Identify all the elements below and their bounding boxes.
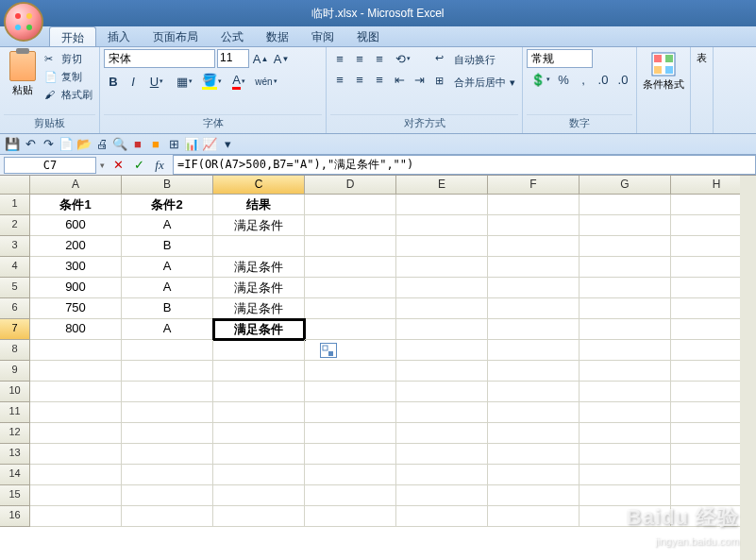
qat-preview-button[interactable]: 🔍 xyxy=(111,136,128,153)
qat-save-button[interactable]: 💾 xyxy=(4,136,21,153)
row-header-7[interactable]: 7 xyxy=(0,319,30,340)
cut-button[interactable]: ✂剪切 xyxy=(43,51,93,67)
row-header-13[interactable]: 13 xyxy=(0,444,30,465)
cell-E15[interactable] xyxy=(396,485,488,506)
align-left-button[interactable]: ≡ xyxy=(330,70,349,89)
cell-C3[interactable] xyxy=(213,236,305,257)
increase-decimal-button[interactable]: .0 xyxy=(594,70,613,89)
cell-F14[interactable] xyxy=(488,465,580,485)
cell-D8[interactable] xyxy=(305,340,396,361)
cell-D1[interactable] xyxy=(305,195,396,215)
cell-B13[interactable] xyxy=(122,444,213,465)
cell-F3[interactable] xyxy=(488,236,580,257)
cell-D13[interactable] xyxy=(305,444,396,465)
cell-A11[interactable] xyxy=(30,402,122,423)
column-header-D[interactable]: D xyxy=(305,176,396,195)
cell-F13[interactable] xyxy=(488,444,580,465)
align-middle-button[interactable]: ≡ xyxy=(350,49,369,68)
grow-font-button[interactable]: A▲ xyxy=(251,49,270,68)
cell-E8[interactable] xyxy=(396,340,488,361)
cell-D7[interactable] xyxy=(305,319,396,340)
row-header-4[interactable]: 4 xyxy=(0,257,30,278)
align-center-button[interactable]: ≡ xyxy=(350,70,369,89)
cell-D6[interactable] xyxy=(305,298,396,319)
wrap-text-button[interactable]: ↩自动换行 xyxy=(432,49,518,70)
cell-G13[interactable] xyxy=(580,444,671,465)
column-header-B[interactable]: B xyxy=(122,176,213,195)
cell-F12[interactable] xyxy=(488,423,580,444)
cell-B1[interactable]: 条件2 xyxy=(122,195,213,215)
cell-G7[interactable] xyxy=(580,319,671,340)
cell-G12[interactable] xyxy=(580,423,671,444)
cell-C6[interactable]: 满足条件 xyxy=(213,298,305,319)
cell-B7[interactable]: A xyxy=(122,319,213,340)
cell-A4[interactable]: 300 xyxy=(30,257,122,278)
cell-C12[interactable] xyxy=(213,423,305,444)
row-header-3[interactable]: 3 xyxy=(0,236,30,257)
row-header-15[interactable]: 15 xyxy=(0,485,30,506)
cell-D14[interactable] xyxy=(305,465,396,485)
italic-button[interactable]: I xyxy=(124,72,143,91)
align-top-button[interactable]: ≡ xyxy=(330,49,349,68)
row-header-14[interactable]: 14 xyxy=(0,465,30,485)
cell-B3[interactable]: B xyxy=(122,236,213,257)
align-bottom-button[interactable]: ≡ xyxy=(370,49,389,68)
cell-E3[interactable] xyxy=(396,236,488,257)
bold-button[interactable]: B xyxy=(104,72,123,91)
cell-F1[interactable] xyxy=(488,195,580,215)
tab-数据[interactable]: 数据 xyxy=(255,26,300,46)
cell-E12[interactable] xyxy=(396,423,488,444)
cell-G8[interactable] xyxy=(580,340,671,361)
tab-插入[interactable]: 插入 xyxy=(96,26,142,46)
paste-button[interactable]: 粘贴 xyxy=(4,49,42,114)
percent-button[interactable]: % xyxy=(554,70,573,89)
cell-F8[interactable] xyxy=(488,340,580,361)
format-painter-button[interactable]: 🖌格式刷 xyxy=(43,87,93,103)
cell-E4[interactable] xyxy=(396,257,488,278)
shrink-font-button[interactable]: A▼ xyxy=(272,49,291,68)
cell-F7[interactable] xyxy=(488,319,580,340)
column-header-G[interactable]: G xyxy=(580,176,671,195)
autofill-options-button[interactable] xyxy=(320,343,337,358)
column-header-A[interactable]: A xyxy=(30,176,122,195)
cell-F5[interactable] xyxy=(488,278,580,298)
insert-function-button[interactable]: fx xyxy=(150,156,169,175)
cell-D9[interactable] xyxy=(305,361,396,382)
merge-center-button[interactable]: ⊞合并后居中▾ xyxy=(432,72,518,93)
cell-E6[interactable] xyxy=(396,298,488,319)
cell-C1[interactable]: 结果 xyxy=(213,195,305,215)
cell-E5[interactable] xyxy=(396,278,488,298)
qat-more[interactable]: ▾ xyxy=(219,136,236,153)
cell-E1[interactable] xyxy=(396,195,488,215)
cell-C9[interactable] xyxy=(213,361,305,382)
row-header-8[interactable]: 8 xyxy=(0,340,30,361)
underline-button[interactable]: U▾ xyxy=(143,72,170,91)
name-box[interactable]: C7 xyxy=(4,157,96,174)
cell-G11[interactable] xyxy=(580,402,671,423)
qat-icon4[interactable]: 📊 xyxy=(183,136,200,153)
row-header-12[interactable]: 12 xyxy=(0,423,30,444)
row-header-9[interactable]: 9 xyxy=(0,361,30,382)
cell-D12[interactable] xyxy=(305,423,396,444)
tab-公式[interactable]: 公式 xyxy=(210,26,255,46)
row-header-6[interactable]: 6 xyxy=(0,298,30,319)
row-header-2[interactable]: 2 xyxy=(0,215,30,236)
cell-D2[interactable] xyxy=(305,215,396,236)
cell-C16[interactable] xyxy=(213,506,305,527)
decrease-decimal-button[interactable]: .0 xyxy=(613,70,632,89)
cell-A9[interactable] xyxy=(30,361,122,382)
border-button[interactable]: ▦▾ xyxy=(171,72,197,91)
cell-D4[interactable] xyxy=(305,257,396,278)
cell-A12[interactable] xyxy=(30,423,122,444)
cell-D10[interactable] xyxy=(305,382,396,402)
indent-increase-button[interactable]: ⇥ xyxy=(410,70,428,89)
column-header-E[interactable]: E xyxy=(396,176,488,195)
cell-E14[interactable] xyxy=(396,465,488,485)
qat-icon3[interactable]: ⊞ xyxy=(165,136,182,153)
cell-F6[interactable] xyxy=(488,298,580,319)
row-header-16[interactable]: 16 xyxy=(0,506,30,527)
cell-A7[interactable]: 800 xyxy=(30,319,122,340)
cell-C8[interactable] xyxy=(213,340,305,361)
font-name-combo[interactable]: 宋体 xyxy=(104,49,215,68)
cell-C2[interactable]: 满足条件 xyxy=(213,215,305,236)
